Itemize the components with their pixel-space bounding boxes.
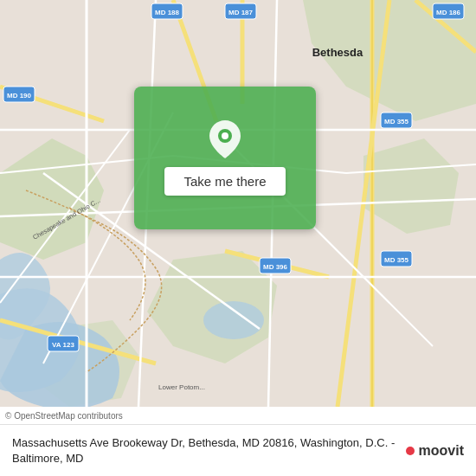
svg-text:MD 186: MD 186: [436, 9, 461, 16]
moovit-brand-text: moovit: [419, 443, 464, 459]
svg-text:MD 188: MD 188: [155, 9, 180, 16]
attribution-bar: © OpenStreetMap contributors: [0, 407, 476, 424]
attribution-text: © OpenStreetMap contributors: [5, 411, 123, 421]
location-pin-icon: [209, 120, 241, 158]
svg-text:MD 396: MD 396: [263, 263, 288, 271]
svg-text:MD 190: MD 190: [7, 92, 32, 100]
svg-point-50: [222, 132, 228, 139]
svg-point-6: [203, 301, 264, 339]
svg-text:Lower Potom...: Lower Potom...: [158, 383, 205, 391]
address-text: Massachusetts Ave Brookeway Dr, Bethesda…: [12, 435, 397, 466]
map-popup: Take me there: [134, 87, 316, 229]
moovit-logo: moovit: [406, 443, 464, 459]
moovit-dot: [406, 447, 415, 455]
take-me-there-button[interactable]: Take me there: [164, 167, 285, 196]
svg-text:MD 187: MD 187: [228, 9, 254, 16]
svg-text:VA 123: VA 123: [52, 341, 74, 349]
svg-text:Bethesda: Bethesda: [312, 46, 363, 59]
svg-text:MD 355: MD 355: [384, 118, 409, 125]
svg-text:MD 355: MD 355: [384, 256, 409, 264]
info-bar: Massachusetts Ave Brookeway Dr, Bethesda…: [0, 424, 476, 476]
map-container: MD 187 MD 188 MD 190 MD 186 MD 355 MD 35…: [0, 0, 476, 407]
